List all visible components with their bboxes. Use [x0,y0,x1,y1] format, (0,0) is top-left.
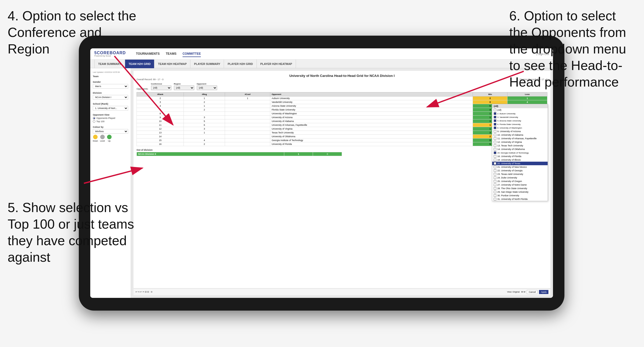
last-updated: Last Updated: 4/10/2014 16:55:38 [93,71,128,73]
colour-select[interactable]: Win/loss [93,129,128,134]
dropdown-item[interactable]: 25. University of Oregon [492,179,548,183]
cell-rank: 16 [137,142,184,146]
dropdown-item[interactable]: 28. The Ohio State University [492,187,548,190]
dropdown-item[interactable]: 10. University of Alabama [492,133,548,137]
cell-reg [184,135,225,138]
colour-section: Colour by Win/loss Down Level [93,126,128,142]
dropdown-item[interactable]: 2. Auburn University [492,112,548,115]
checkbox-icon [494,151,496,154]
sub-nav-player-h2h-grid[interactable]: PLAYER H2H GRID [224,60,257,68]
checkbox-icon [494,184,496,186]
cell-rank: 8 [137,112,184,116]
opponent-select[interactable]: (All) [197,86,217,90]
dropdown-item[interactable]: 12. University of Virginia [492,140,548,144]
dropdown-item[interactable]: (All) [492,108,548,112]
cell-opponent: Vanderbilt University [270,100,473,104]
checkbox-icon [494,169,496,172]
checkbox-icon [494,148,496,150]
cell-reg [184,112,225,116]
cell-conf [225,116,270,119]
sub-nav-team-h2h-grid[interactable]: TEAM H2H GRID [125,60,155,68]
nav-teams[interactable]: TEAMS [166,51,176,57]
dropdown-item-label: 9. University of Arizona [497,130,521,133]
dropdown-item[interactable]: 13. Texas Tech University [492,144,548,147]
dropdown-item[interactable]: 22. University of Georgia [492,169,548,172]
region-select[interactable]: (All) [174,86,194,90]
cell-opponent: Arizona State University [270,104,473,108]
sub-nav-team-h2h-heatmap[interactable]: TEAM H2H HEATMAP [154,60,190,68]
dropdown-item-label: 13. Texas Tech University [497,144,523,147]
annotation-4: 4. Option to select the Conference and R… [8,8,140,57]
nav-items: TOURNAMENTS TEAMS COMMITTEE [136,51,201,57]
cell-conf [225,108,270,112]
cell-rank: 3 [137,100,184,104]
dropdown-item[interactable]: 3. Vanderbilt University [492,115,548,119]
dropdown-item[interactable]: 18. University of Illinois [492,158,548,162]
gender-select[interactable]: Men's [93,84,128,89]
school-select[interactable]: 1. University of Nort... [93,106,128,110]
radio-top-100[interactable]: Top 100 [93,120,128,123]
out-of-division: Out of division NCAA Division II 1 0 [137,149,547,156]
cell-reg: 1 [184,131,225,135]
dropdown-item-label: 30. Purdue University [497,194,519,197]
out-division-opponent: NCAA Division II [137,152,284,156]
dropdown-item-label: 4. Arizona State University [497,120,521,122]
dropdown-item[interactable]: 8. University of Washington [492,126,548,130]
cancel-button[interactable]: Cancel [527,290,537,294]
toolbar-bottom: ↩ ↪ ↩ ✂ ⊡ ⊡ · ⊙ View: Original ⊕ W Cance… [133,288,550,295]
checkbox-icon [494,187,496,190]
cell-reg: 4 [184,138,225,142]
opponent-view-label: Opponent View [93,114,128,116]
sub-nav-player-summary[interactable]: PLAYER SUMMARY [190,60,224,68]
main-content: Last Updated: 4/10/2014 16:55:38 Team Ge… [90,68,553,298]
dropdown-item[interactable]: 14. University of Oklahoma [492,147,548,151]
colour-circle-up [107,135,112,139]
out-label: Out of division [137,149,547,151]
dropdown-item[interactable]: 27. University of Notre Dame [492,183,548,187]
dropdown-item-label: 20. University of Texas [497,162,520,165]
nav-committee[interactable]: COMMITTEE [183,51,201,57]
sub-nav-player-h2h-heatmap[interactable]: PLAYER H2H HEATMAP [257,60,296,68]
dropdown-item[interactable]: 20. University of Texas [492,162,548,165]
dropdown-item[interactable]: 31. University of North Florida [492,197,548,201]
dropdown-item[interactable]: 30. Purdue University [492,194,548,197]
dropdown-item[interactable]: 11. University of Arkansas, Fayetteville [492,137,548,140]
filter-row: Opponents: Conference (All) Region (All) [137,83,547,90]
sub-nav-team-summary[interactable]: TEAM SUMMARY [94,60,125,68]
radio-opponents-played[interactable]: Opponents Played [93,117,128,119]
dropdown-item[interactable]: 9. University of Arizona [492,130,548,133]
cell-conf [225,123,270,127]
apply-button[interactable]: Apply [539,290,548,294]
dropdown-item[interactable]: 29. San Diego State University [492,190,548,194]
table-row: 2 1 1 Auburn University 2 1 [137,96,547,100]
cell-rank: 14 [137,135,184,138]
dropdown-header: (All) [492,104,548,108]
cell-conf [225,112,270,116]
cell-reg: 2 [184,142,225,146]
division-label: Division [93,92,128,94]
view-original: View: Original [507,291,519,293]
dropdown-item[interactable]: 23. Texas A&M University [492,172,548,176]
dropdown-item[interactable]: 15. Georgia Institute of Technology [492,151,548,155]
dropdown-item-label: 11. University of Arkansas, Fayetteville [497,137,537,140]
dropdown-item[interactable]: 4. Arizona State University [492,119,548,122]
cell-loss: 1 [507,96,547,100]
cell-reg: 1 [184,96,225,100]
conference-select[interactable]: (All) [151,86,171,90]
dropdown-item-label: 28. The Ohio State University [497,187,527,190]
cell-opponent: Auburn University [270,96,473,100]
dropdown-item[interactable]: 16. University of Florida [492,155,548,158]
table-row: 12 3 University of Virginia 1 0 [137,127,547,131]
checkbox-icon [494,119,496,122]
division-section: Division NCAA Division I [93,92,128,100]
dropdown-item[interactable]: 24. Duke University [492,176,548,179]
col-conf: #Conf [225,92,270,96]
opponent-dropdown[interactable]: (All)(All)2. Auburn University3. Vanderb… [492,104,548,201]
dropdown-item[interactable]: 6. Florida State University [492,122,548,126]
dropdown-item[interactable]: 21. University of New Mexico [492,165,548,169]
cell-reg: 3 [184,127,225,131]
checkbox-icon [494,141,496,143]
checkbox-icon [494,198,496,200]
cell-rank: 15 [137,138,184,142]
division-select[interactable]: NCAA Division I [93,95,128,100]
